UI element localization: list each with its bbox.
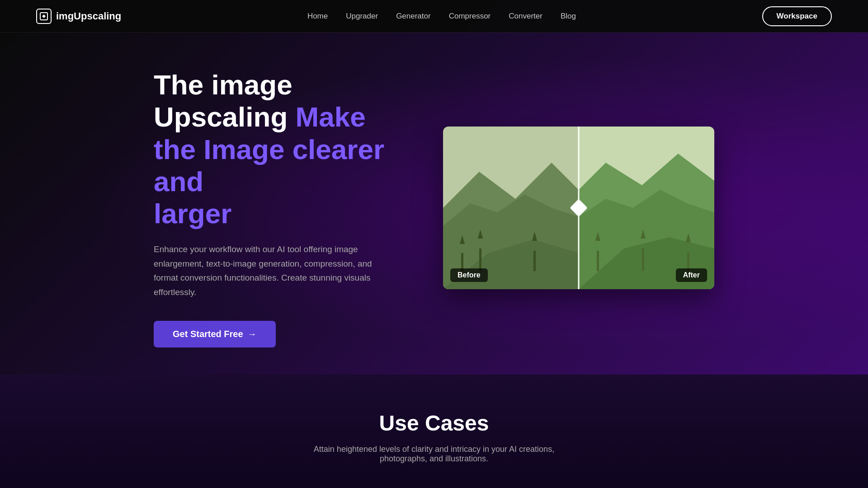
- svg-rect-14: [533, 251, 536, 271]
- nav-converter[interactable]: Converter: [509, 12, 542, 20]
- nav-generator[interactable]: Generator: [396, 12, 431, 20]
- hero-section: The image Upscaling Makethe Image cleare…: [0, 33, 868, 375]
- nav-upgrader[interactable]: Upgrader: [346, 12, 378, 20]
- after-badge: After: [676, 268, 707, 282]
- nav-blog[interactable]: Blog: [561, 12, 576, 20]
- get-started-button[interactable]: Get Started Free →: [154, 321, 276, 347]
- svg-rect-16: [597, 251, 599, 271]
- get-started-arrow: →: [248, 329, 257, 339]
- nav-links: Home Upgrader Generator Compressor Conve…: [307, 12, 576, 21]
- nav-compressor[interactable]: Compressor: [449, 12, 491, 20]
- use-cases-description: Attain heightened levels of clarity and …: [298, 445, 570, 464]
- workspace-button[interactable]: Workspace: [762, 6, 832, 26]
- svg-rect-18: [642, 249, 644, 271]
- logo-icon: [36, 9, 52, 24]
- nav-home[interactable]: Home: [307, 12, 328, 20]
- navbar: imgUpscaling Home Upgrader Generator Com…: [0, 0, 868, 33]
- use-cases-title: Use Cases: [36, 411, 832, 436]
- hero-description: Enhance your workflow with our AI tool o…: [154, 242, 380, 299]
- svg-rect-12: [479, 249, 481, 271]
- hero-text: The image Upscaling Makethe Image cleare…: [154, 69, 416, 347]
- hero-title: The image Upscaling Makethe Image cleare…: [154, 69, 416, 230]
- before-badge: Before: [450, 268, 488, 282]
- logo[interactable]: imgUpscaling: [36, 9, 121, 24]
- logo-text: imgUpscaling: [56, 10, 121, 22]
- use-cases-section: Use Cases Attain heightened levels of cl…: [0, 375, 868, 488]
- hero-image: Before After: [443, 127, 714, 289]
- get-started-label: Get Started Free: [173, 329, 243, 339]
- hero-title-part1: The image Upscaling: [154, 69, 296, 132]
